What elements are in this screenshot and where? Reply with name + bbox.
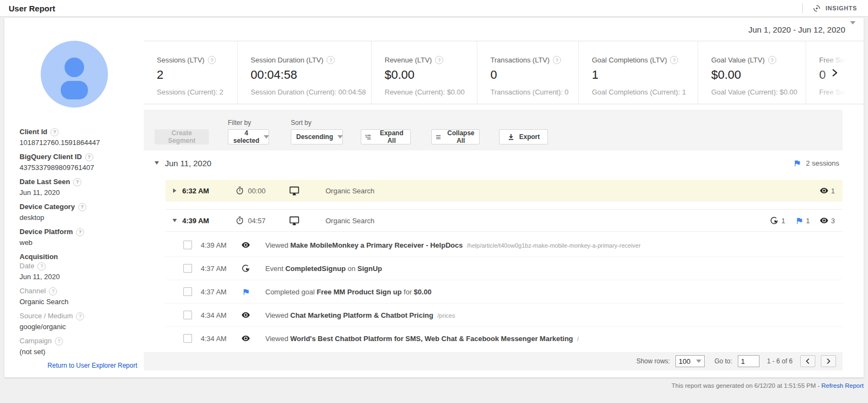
report-card: Client Id 1018712760.1591864447 BigQuery…: [4, 18, 864, 377]
scorecard-revenue: Revenue (LTV) $0.00 Revenue (Current): $…: [372, 41, 477, 104]
hit-title: World's Best Chatbot Platform for SMS, W…: [290, 335, 573, 343]
hit-description: Viewed Make MobileMonkey a Primary Recei…: [265, 241, 641, 249]
help-icon[interactable]: [55, 337, 63, 345]
help-icon[interactable]: [768, 56, 776, 64]
filter-by-value: 4 selected: [233, 129, 259, 144]
acquisition-heading: Acquisition: [20, 253, 137, 261]
date-range-selector[interactable]: [850, 24, 856, 34]
help-icon[interactable]: [37, 262, 46, 270]
insights-label: INSIGHTS: [826, 5, 857, 11]
pageview-counter: 3: [820, 216, 835, 225]
hit-title: Free MM Product Sign up: [317, 288, 402, 296]
collapse-all-button[interactable]: Collapse All: [431, 129, 480, 144]
scorecard-subtitle: Goal Value (Current): $0.00: [711, 88, 806, 96]
hit-title: CompletedSignup: [285, 265, 346, 273]
session-row-1[interactable]: 6:32 AM 00:00 Organic Search 1: [165, 180, 843, 202]
group-date: Jun 11, 2020: [165, 159, 212, 168]
session-duration: 00:00: [248, 187, 280, 195]
field-value: web: [20, 238, 137, 247]
help-icon[interactable]: [73, 178, 81, 186]
expand-all-button[interactable]: Expand All: [361, 129, 411, 144]
collapse-caret-icon[interactable]: [172, 219, 177, 222]
chevron-down-icon: [850, 21, 856, 34]
export-button[interactable]: Export: [499, 129, 548, 144]
hit-checkbox[interactable]: [183, 287, 192, 296]
help-icon[interactable]: [78, 203, 86, 211]
help-icon[interactable]: [435, 56, 443, 64]
eye-icon: [241, 311, 250, 319]
hit-checkbox[interactable]: [183, 311, 192, 319]
scorecard-goal-value: Goal Value (LTV) $0.00 Goal Value (Curre…: [698, 41, 806, 104]
next-page-button[interactable]: [821, 355, 836, 367]
session-time: 4:39 AM: [182, 217, 220, 225]
help-icon[interactable]: [670, 56, 678, 64]
field-value: Jun 11, 2020: [20, 272, 137, 281]
help-icon[interactable]: [50, 128, 59, 136]
pageview-counter: 1: [820, 186, 835, 195]
hit-checkbox[interactable]: [183, 334, 192, 343]
field-bigquery-client-id: BigQuery Client ID 4375337989809761407: [20, 153, 137, 172]
report-toolbar: Create Segment Filter by 4 selected Sort…: [144, 110, 843, 150]
field-value: 4375337989809761407: [20, 163, 137, 172]
help-icon[interactable]: [553, 56, 561, 64]
pageview-count: 3: [831, 217, 835, 225]
flag-icon: [795, 217, 803, 225]
return-to-user-explorer-link[interactable]: Return to User Explorer Report: [4, 362, 144, 377]
sort-by-label: Sort by: [291, 119, 343, 127]
goto-input[interactable]: [738, 355, 760, 367]
filter-by-group: Filter by 4 selected: [228, 119, 269, 144]
insights-button[interactable]: INSIGHTS: [802, 3, 857, 13]
help-icon[interactable]: [208, 56, 216, 64]
previous-page-button[interactable]: [800, 355, 815, 367]
expand-all-icon: [365, 133, 372, 141]
hit-description: Event CompletedSignup on SignUp: [265, 265, 382, 273]
hit-path: /prices: [437, 312, 455, 319]
refresh-report-link[interactable]: Refresh Report: [821, 382, 864, 389]
date-group-row[interactable]: Jun 11, 2020 2 sessions: [144, 150, 864, 175]
sort-by-dropdown[interactable]: Descending: [291, 129, 343, 144]
chevron-left-icon: [806, 358, 810, 364]
session-channel: Organic Search: [326, 217, 374, 225]
group-sessions-summary: 2 sessions: [793, 159, 839, 167]
scorecard-value: 2: [157, 68, 237, 82]
scorecard-value: $0.00: [385, 68, 477, 82]
create-segment-button[interactable]: Create Segment: [155, 129, 209, 144]
export-label: Export: [519, 133, 540, 141]
hit-description: Viewed Chat Marketing Platform & Chatbot…: [265, 311, 455, 319]
hit-title: Chat Marketing Platform & Chatbot Pricin…: [290, 311, 433, 319]
field-client-id: Client Id 1018712760.1591864447: [20, 128, 137, 147]
hit-description: Viewed World's Best Chatbot Platform for…: [265, 335, 579, 343]
scorecard-value: 00:04:58: [251, 68, 371, 82]
help-icon[interactable]: [327, 56, 335, 64]
filter-by-dropdown[interactable]: 4 selected: [228, 129, 269, 144]
scorecard-value: 0: [490, 68, 578, 82]
goto-label: Go to:: [714, 357, 732, 365]
collapse-all-icon: [435, 133, 442, 141]
scorecards-next-button[interactable]: [829, 66, 840, 79]
show-rows-select[interactable]: 100: [675, 355, 705, 367]
scorecard-title: Session Duration (LTV): [251, 56, 323, 64]
field-value: desktop: [20, 213, 137, 222]
hit-row-event: 4:37 AM Event CompletedSignup on SignUp: [165, 257, 843, 280]
user-sidebar: Client Id 1018712760.1591864447 BigQuery…: [4, 18, 144, 377]
page-title: User Report: [9, 4, 802, 13]
scorecard-title: Goal Value (LTV): [711, 56, 765, 64]
scorecard-title: Goal Completions (LTV): [592, 56, 667, 64]
scorecard-subtitle: Transactions (Current): 0: [490, 88, 578, 96]
hit-checkbox[interactable]: [183, 264, 192, 273]
expand-caret-icon[interactable]: [172, 188, 177, 193]
hit-title-secondary: $0.00: [414, 288, 432, 296]
help-icon[interactable]: [76, 312, 84, 320]
hit-description: Completed goal Free MM Product Sign up f…: [265, 288, 431, 296]
help-icon[interactable]: [49, 287, 57, 295]
collapse-caret-icon[interactable]: [155, 161, 159, 165]
scorecard-fade: [816, 41, 864, 104]
chevron-down-icon: [264, 135, 269, 138]
field-label: Source / Medium: [20, 312, 73, 320]
help-icon[interactable]: [85, 153, 93, 161]
field-value: Organic Search: [20, 297, 137, 306]
desktop-icon: [289, 186, 299, 196]
help-icon[interactable]: [76, 228, 84, 236]
hit-checkbox[interactable]: [183, 241, 192, 249]
session-row-2[interactable]: 4:39 AM 04:57 Organic Search 1 1 3: [165, 209, 843, 232]
